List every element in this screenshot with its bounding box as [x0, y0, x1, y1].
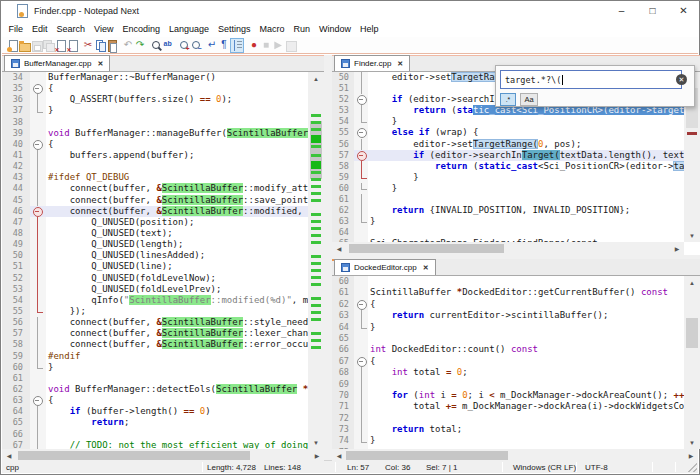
- toolbar-button-open-file[interactable]: [18, 38, 30, 53]
- scroll-up-icon[interactable]: ▲: [684, 276, 700, 289]
- line-number: 55: [2, 306, 30, 317]
- fold-margin: [30, 228, 46, 239]
- code-text: }: [368, 172, 700, 183]
- code-text: return {INVALID_POSITION, INVALID_POSITI…: [368, 205, 700, 216]
- fold-margin[interactable]: [354, 127, 368, 138]
- scroll-right-icon[interactable]: ▶: [310, 449, 324, 462]
- menu-item-encoding[interactable]: Encoding: [118, 20, 165, 37]
- toolbar-button-zoom-in[interactable]: [178, 38, 190, 53]
- toolbar-button-show-all-characters[interactable]: ¶: [218, 38, 230, 53]
- scrollbar-thumb[interactable]: [346, 451, 508, 460]
- search-clear-icon[interactable]: ✕: [676, 74, 687, 85]
- tab-finder[interactable]: Finder.cpp ✕: [334, 55, 410, 71]
- tab-buffermanager[interactable]: BufferManager.cpp ✕: [4, 55, 110, 71]
- editor-dockededitor[interactable]: 6061ScintillaBuffer *DockedEditor::getCu…: [332, 276, 700, 449]
- menu-item-search[interactable]: Search: [52, 20, 90, 37]
- fold-margin[interactable]: [30, 206, 46, 217]
- scrollbar-thumb[interactable]: [349, 244, 504, 253]
- code-line: 61: [332, 194, 700, 205]
- vertical-splitter[interactable]: [324, 55, 332, 449]
- line-number: 58: [2, 339, 30, 350]
- menu-item-macro[interactable]: Macro: [255, 20, 289, 37]
- toolbar-button-copy[interactable]: [94, 38, 106, 53]
- scroll-left-icon[interactable]: ◀: [332, 242, 346, 255]
- status-separator: [502, 462, 503, 472]
- scroll-down-icon[interactable]: ▼: [684, 436, 700, 449]
- horizontal-scrollbar-finder[interactable]: ◀▶: [332, 242, 684, 255]
- code-line: 54 qInfo("ScintillaBuffer::modified(%d)"…: [2, 295, 324, 306]
- code-line: 48 Q_UNUSED(text);: [2, 228, 324, 239]
- toolbar-button-save-macro[interactable]: [284, 38, 296, 53]
- scrollbar-thumb[interactable]: [686, 318, 698, 348]
- fold-margin[interactable]: [354, 94, 368, 105]
- fold-margin: [354, 367, 368, 378]
- editor-buffermanager[interactable]: 34BufferManager::~BufferManager()35{36 Q…: [2, 72, 324, 449]
- horizontal-scrollbar-left[interactable]: ◀▶: [2, 449, 324, 462]
- fold-margin[interactable]: [354, 150, 368, 161]
- toolbar-button-new-file[interactable]: [6, 38, 18, 53]
- toolbar-button-record-macro[interactable]: ●: [248, 38, 260, 53]
- scroll-down-icon[interactable]: ▼: [308, 436, 324, 449]
- menu-item-run[interactable]: Run: [289, 20, 315, 37]
- change-marker: [311, 234, 321, 237]
- toolbar-button-redo[interactable]: ↷: [134, 38, 146, 53]
- toolbar-button-save-file[interactable]: [30, 38, 42, 53]
- toolbar-button-play-macro[interactable]: ▶: [272, 38, 284, 53]
- scroll-left-icon[interactable]: ◀: [332, 449, 346, 462]
- menu-item-help[interactable]: Help: [356, 20, 384, 37]
- fold-margin: [30, 295, 46, 306]
- regex-toggle-button[interactable]: .*: [500, 93, 516, 106]
- line-number: 43: [2, 172, 30, 183]
- toolbar-button-paste[interactable]: [106, 38, 118, 53]
- toolbar-button-cut[interactable]: ✂: [82, 38, 94, 53]
- fold-margin: [354, 227, 368, 238]
- toolbar-button-close-all[interactable]: [66, 38, 78, 53]
- horizontal-scrollbar-docked[interactable]: ◀▶: [332, 449, 698, 462]
- menu-item-settings[interactable]: Settings: [214, 20, 256, 37]
- menu-item-view[interactable]: View: [90, 20, 118, 37]
- scroll-left-icon[interactable]: ◀: [2, 449, 16, 462]
- line-number: 51: [2, 261, 30, 272]
- menu-item-window[interactable]: Window: [315, 20, 356, 37]
- menu-item-file[interactable]: File: [4, 20, 28, 37]
- tab-close-icon[interactable]: ✕: [397, 60, 403, 68]
- search-input[interactable]: target.*?\(: [500, 70, 682, 89]
- toolbar-button-stop-macro[interactable]: ■: [260, 38, 272, 53]
- maximize-button[interactable]: □: [637, 1, 668, 20]
- match-case-toggle-button[interactable]: Aa: [520, 93, 538, 106]
- scroll-down-icon[interactable]: ▼: [684, 229, 700, 242]
- tab-close-icon[interactable]: ✕: [423, 264, 429, 272]
- fold-margin[interactable]: [30, 83, 46, 94]
- scroll-right-icon[interactable]: ▶: [670, 242, 684, 255]
- menu-item-language[interactable]: Language: [164, 20, 213, 37]
- code-text: [46, 429, 324, 440]
- record-macro-icon: ●: [251, 40, 257, 50]
- fold-margin[interactable]: [354, 356, 368, 367]
- toolbar-button-zoom-out[interactable]: [190, 38, 202, 53]
- toolbar-button-replace[interactable]: [162, 38, 174, 53]
- tab-close-icon[interactable]: ✕: [97, 60, 103, 68]
- toolbar-button-close-file[interactable]: [54, 38, 66, 53]
- tab-dockededitor[interactable]: DockedEditor.cpp ✕: [334, 259, 436, 275]
- scroll-right-icon[interactable]: ▶: [684, 449, 698, 462]
- toolbar-button-find[interactable]: [150, 38, 162, 53]
- menu-item-edit[interactable]: Edit: [28, 20, 53, 37]
- minimize-button[interactable]: –: [606, 1, 637, 20]
- close-button[interactable]: ✕: [668, 1, 699, 20]
- fold-margin[interactable]: [354, 299, 368, 310]
- fold-margin[interactable]: [30, 395, 46, 406]
- fold-margin[interactable]: [30, 139, 46, 150]
- toolbar-button-save-all[interactable]: [42, 38, 54, 53]
- fold-margin: [354, 105, 368, 116]
- toolbar-button-indent-guide[interactable]: [230, 38, 244, 53]
- code-text: connect(buffer, &ScintillaBuffer::error_…: [46, 339, 324, 350]
- scrollbar-thumb[interactable]: [18, 451, 250, 460]
- toolbar-button-word-wrap[interactable]: ↵: [206, 38, 218, 53]
- scroll-up-icon[interactable]: ▲: [308, 72, 324, 85]
- vertical-scrollbar-left[interactable]: ▲▼: [308, 72, 324, 449]
- vertical-scrollbar-docked[interactable]: ▲▼: [684, 276, 700, 449]
- cut-icon: ✂: [84, 40, 92, 50]
- line-number: 61: [332, 194, 354, 205]
- toolbar-button-undo[interactable]: ↶: [122, 38, 134, 53]
- fold-margin: [354, 194, 368, 205]
